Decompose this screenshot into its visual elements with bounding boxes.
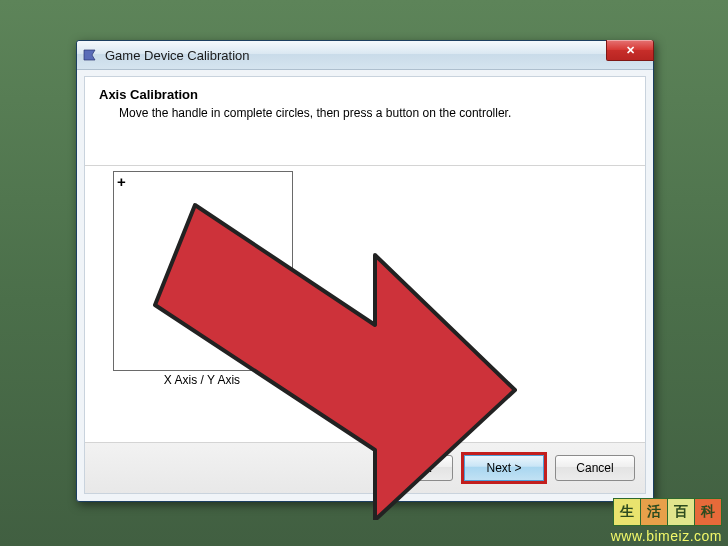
wizard-header: Axis Calibration Move the handle in comp… [85, 77, 645, 166]
back-button[interactable]: < Back [373, 455, 453, 481]
cancel-button-label: Cancel [576, 461, 613, 475]
back-button-label: < Back [394, 461, 431, 475]
next-button-label: Next > [482, 461, 525, 475]
wizard-title: Axis Calibration [99, 87, 631, 102]
axis-calibration-field[interactable]: + [113, 171, 293, 371]
axis-crosshair-icon: + [117, 174, 126, 189]
watermark-char: 活 [641, 498, 668, 526]
wizard-body: + X Axis / Y Axis [85, 155, 645, 443]
axis-label: X Axis / Y Axis [113, 373, 291, 387]
site-watermark: 生 活 百 科 www.bimeiz.com [611, 498, 722, 544]
watermark-url: www.bimeiz.com [611, 528, 722, 544]
next-button[interactable]: Next > [461, 452, 547, 484]
wizard-footer: < Back Next > Cancel [85, 442, 645, 493]
watermark-char: 生 [613, 498, 641, 526]
window-title: Game Device Calibration [105, 48, 250, 63]
watermark-char: 科 [695, 498, 722, 526]
wizard-description: Move the handle in complete circles, the… [99, 106, 631, 120]
app-icon [83, 47, 99, 63]
dialog-content: Axis Calibration Move the handle in comp… [84, 76, 646, 494]
dialog-window: Game Device Calibration ✕ Axis Calibrati… [76, 40, 654, 502]
title-bar[interactable]: Game Device Calibration ✕ [77, 41, 653, 70]
close-button[interactable]: ✕ [606, 40, 654, 61]
watermark-char: 百 [668, 498, 695, 526]
cancel-button[interactable]: Cancel [555, 455, 635, 481]
